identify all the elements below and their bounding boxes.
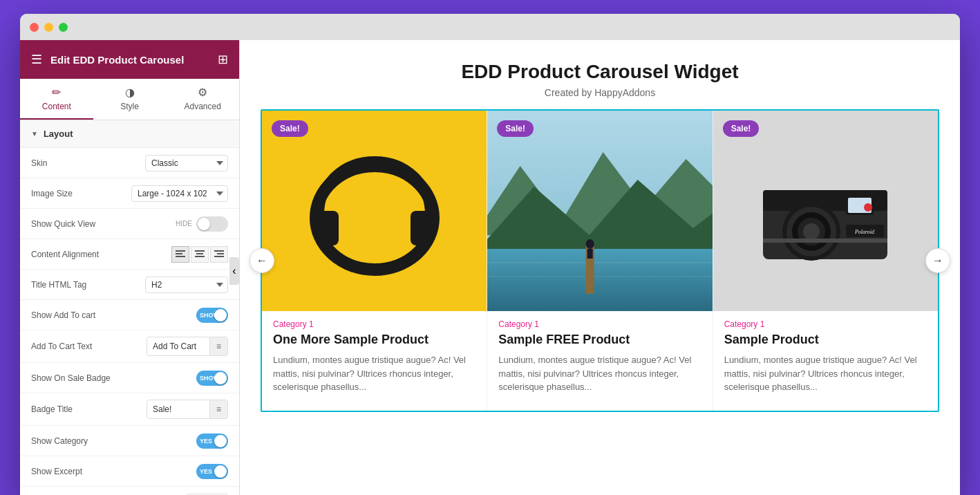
product-image-wrap-1: Sale! xyxy=(262,111,487,311)
title-html-tag-field-row: Title HTML Tag H1 H2 H3 H4 xyxy=(20,270,239,300)
svg-text:Polaroid: Polaroid xyxy=(854,229,875,235)
carousel-container: Sale! xyxy=(261,109,939,412)
align-left-button[interactable] xyxy=(171,246,189,263)
add-to-cart-text-field-row: Add To Cart Text ≡ xyxy=(20,330,239,363)
product-excerpt-2: Lundium, montes augue tristique augue? A… xyxy=(498,353,701,394)
show-excerpt-toggle[interactable]: YES xyxy=(196,464,228,479)
sidebar-header: ☰ Edit EDD Product Carousel ⊞ xyxy=(20,40,239,79)
carousel-next-button[interactable]: → xyxy=(925,248,950,273)
tab-advanced-label: Advanced xyxy=(184,102,220,111)
skin-control[interactable]: Classic Modern Minimal xyxy=(145,155,228,171)
badge-title-input[interactable] xyxy=(147,402,209,417)
toggle-knob xyxy=(214,465,227,478)
show-quick-view-field-row: Show Quick View HIDE xyxy=(20,209,239,239)
svg-point-19 xyxy=(586,239,594,249)
align-center-button[interactable] xyxy=(191,246,209,263)
tab-advanced[interactable]: ⚙ Advanced xyxy=(166,79,239,120)
sidebar-collapse-handle[interactable]: ‹ xyxy=(229,257,239,285)
preview-header: EDD Product Carousel Widget Created by H… xyxy=(240,40,960,109)
hamburger-icon[interactable]: ☰ xyxy=(31,52,42,67)
show-category-label: Show Category xyxy=(31,436,196,446)
show-on-sale-badge-control[interactable]: SHOW xyxy=(196,371,228,386)
section-collapse-arrow: ▼ xyxy=(31,130,38,138)
pencil-icon: ✏ xyxy=(52,86,61,99)
show-add-to-cart-control[interactable]: SHOW xyxy=(196,308,228,323)
tab-style[interactable]: ◑ Style xyxy=(93,79,167,120)
show-category-toggle[interactable]: YES xyxy=(196,433,228,449)
main-content: EDD Product Carousel Widget Created by H… xyxy=(240,40,960,495)
product-card-3: Sale! xyxy=(713,111,938,411)
title-bar xyxy=(20,14,960,40)
style-icon: ◑ xyxy=(125,86,135,99)
title-html-tag-select[interactable]: H1 H2 H3 H4 xyxy=(145,277,228,293)
image-size-label: Image Size xyxy=(31,189,131,198)
badge-title-label: Badge Title xyxy=(31,404,147,414)
text-menu-icon[interactable]: ≡ xyxy=(209,337,227,355)
layout-section-header[interactable]: ▼ Layout xyxy=(20,120,239,148)
quick-view-toggle[interactable] xyxy=(196,216,228,232)
grid-icon[interactable]: ⊞ xyxy=(218,52,228,67)
gear-icon: ⚙ xyxy=(198,86,207,99)
show-category-control[interactable]: YES xyxy=(196,433,228,449)
svg-rect-0 xyxy=(176,250,185,252)
toggle-knob xyxy=(214,372,227,384)
toggle-knob xyxy=(198,218,210,230)
svg-rect-4 xyxy=(196,253,203,254)
sale-badge-2: Sale! xyxy=(497,120,534,137)
product-info-3: Category 1 Sample Product Lundium, monte… xyxy=(713,311,938,394)
content-alignment-field-row: Content Alignment xyxy=(20,239,239,270)
image-size-field-row: Image Size Large - 1024 x 102 Medium - 5… xyxy=(20,178,239,209)
image-size-control[interactable]: Large - 1024 x 102 Medium - 512 x 512 Th… xyxy=(131,185,228,202)
excerpt-length-field-row: Excerpt Length xyxy=(20,487,239,495)
image-size-select[interactable]: Large - 1024 x 102 Medium - 512 x 512 Th… xyxy=(131,185,228,202)
title-html-tag-control[interactable]: H1 H2 H3 H4 xyxy=(145,277,228,293)
product-card-2: Sale! xyxy=(487,111,712,411)
app-body: ☰ Edit EDD Product Carousel ⊞ ✏ Content … xyxy=(20,40,960,495)
svg-rect-2 xyxy=(176,256,185,257)
badge-title-control: ≡ xyxy=(147,400,228,419)
show-on-sale-badge-label: Show On Sale Badge xyxy=(31,373,196,383)
badge-title-field-row: Badge Title ≡ xyxy=(20,393,239,426)
title-html-tag-label: Title HTML Tag xyxy=(31,280,145,290)
show-excerpt-control[interactable]: YES xyxy=(196,464,228,479)
close-button[interactable] xyxy=(30,23,39,32)
show-excerpt-label: Show Excerpt xyxy=(31,467,196,476)
maximize-button[interactable] xyxy=(59,23,68,32)
svg-rect-15 xyxy=(487,249,712,311)
product-name-2: Sample FREE Product xyxy=(498,332,701,348)
svg-rect-5 xyxy=(195,256,205,257)
product-image-headphone xyxy=(262,111,487,311)
skin-select[interactable]: Classic Modern Minimal xyxy=(145,155,228,171)
svg-point-32 xyxy=(864,203,872,212)
toggle-knob xyxy=(214,435,227,447)
product-image-camera: Polaroid xyxy=(713,111,938,311)
badge-text-menu-icon[interactable]: ≡ xyxy=(209,400,227,418)
add-to-cart-text-input[interactable] xyxy=(147,339,209,354)
svg-rect-20 xyxy=(587,249,593,259)
on-sale-badge-toggle[interactable]: SHOW xyxy=(196,371,228,386)
product-image-wrap-3: Sale! xyxy=(713,111,938,311)
svg-rect-8 xyxy=(214,256,224,257)
content-alignment-label: Content Alignment xyxy=(31,250,171,259)
carousel-prev-button[interactable]: ← xyxy=(249,248,274,273)
carousel-inner: Sale! xyxy=(262,111,938,411)
show-excerpt-toggle-label: YES xyxy=(200,468,212,475)
right-arrow-icon: → xyxy=(932,254,943,267)
product-excerpt-1: Lundium, montes augue tristique augue? A… xyxy=(273,353,475,394)
show-add-to-cart-field-row: Show Add To cart SHOW xyxy=(20,300,239,330)
product-card-1: Sale! xyxy=(262,111,487,411)
tab-content[interactable]: ✏ Content xyxy=(20,79,93,120)
sidebar: ☰ Edit EDD Product Carousel ⊞ ✏ Content … xyxy=(20,40,240,495)
skin-label: Skin xyxy=(31,158,145,168)
left-arrow-icon: ← xyxy=(256,254,267,267)
show-add-to-cart-label: Show Add To cart xyxy=(31,310,196,320)
show-quick-view-control: HIDE xyxy=(176,216,228,232)
product-category-1: Category 1 xyxy=(273,319,475,329)
align-right-button[interactable] xyxy=(210,246,228,263)
skin-field-row: Skin Classic Modern Minimal xyxy=(20,148,239,178)
svg-rect-33 xyxy=(763,239,887,243)
product-excerpt-3: Lundium, montes augue tristique augue? A… xyxy=(724,353,927,394)
show-quick-view-label: Show Quick View xyxy=(31,219,176,229)
minimize-button[interactable] xyxy=(44,23,53,32)
add-to-cart-toggle[interactable]: SHOW xyxy=(196,308,228,323)
